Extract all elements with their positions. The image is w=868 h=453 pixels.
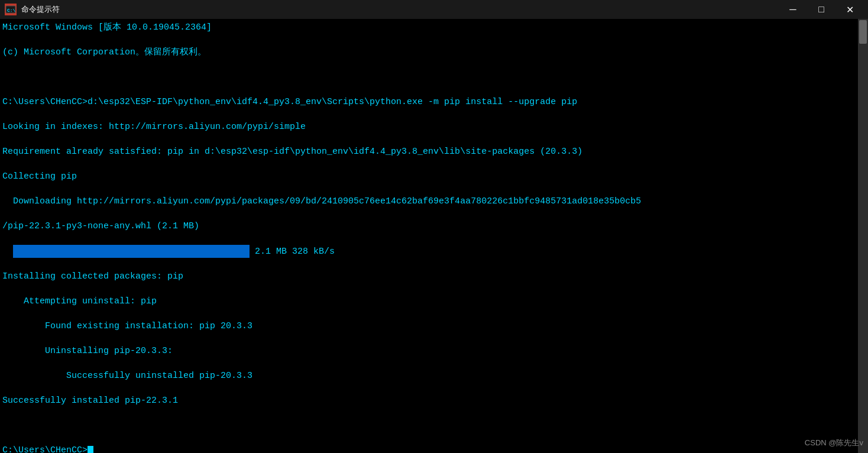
cursor	[88, 446, 93, 453]
terminal-line-5: Looking in indexes: http://mirrors.aliyu…	[2, 121, 856, 133]
content-area: Microsoft Windows [版本 10.0.19045.2364] (…	[0, 19, 868, 453]
titlebar-left: C:\ 命令提示符	[5, 4, 60, 15]
maximize-button[interactable]: □	[808, 0, 835, 19]
watermark: CSDN @陈先生v	[805, 438, 863, 448]
terminal-line-16: Successfully installed pip-22.3.1	[2, 394, 856, 407]
close-button[interactable]: ✕	[836, 0, 863, 19]
minimize-button[interactable]: ─	[779, 0, 807, 19]
terminal-output[interactable]: Microsoft Windows [版本 10.0.19045.2364] (…	[0, 19, 858, 453]
scrollbar-thumb[interactable]	[859, 20, 867, 44]
terminal-line-13: Found existing installation: pip 20.3.3	[2, 320, 856, 332]
terminal-prompt-line: C:\Users\CHenCC>	[2, 444, 856, 453]
window-title: 命令提示符	[21, 4, 60, 15]
terminal-line-15: Successfully uninstalled pip-20.3.3	[2, 370, 856, 382]
terminal-line-2: (c) Microsoft Corporation。保留所有权利。	[2, 46, 856, 59]
scrollbar[interactable]	[858, 19, 868, 453]
cmd-window: C:\ 命令提示符 ─ □ ✕ Microsoft Windows [版本 10…	[0, 0, 868, 453]
progress-text: 2.1 MB 328 kB/s	[255, 247, 335, 257]
titlebar: C:\ 命令提示符 ─ □ ✕	[0, 0, 868, 19]
terminal-line-4: C:\Users\CHenCC>d:\esp32\ESP-IDF\python_…	[2, 96, 856, 108]
download-progress-bar	[13, 245, 250, 258]
terminal-line-1: Microsoft Windows [版本 10.0.19045.2364]	[2, 21, 856, 34]
terminal-line-blank	[2, 419, 856, 432]
terminal-line-12: Attempting uninstall: pip	[2, 295, 856, 308]
titlebar-controls: ─ □ ✕	[779, 0, 863, 19]
terminal-line-3	[2, 71, 856, 83]
terminal-progress-line: 2.1 MB 328 kB/s	[2, 245, 856, 258]
terminal-line-14: Uninstalling pip-20.3.3:	[2, 345, 856, 357]
terminal-line-9: /pip-22.3.1-py3-none-any.whl (2.1 MB)	[2, 220, 856, 232]
terminal-line-6: Requirement already satisfied: pip in d:…	[2, 145, 856, 158]
cmd-icon: C:\	[5, 4, 17, 15]
svg-text:C:\: C:\	[7, 8, 16, 13]
terminal-line-8: Downloading http://mirrors.aliyun.com/py…	[2, 195, 856, 208]
terminal-line-7: Collecting pip	[2, 170, 856, 183]
terminal-line-11: Installing collected packages: pip	[2, 270, 856, 283]
